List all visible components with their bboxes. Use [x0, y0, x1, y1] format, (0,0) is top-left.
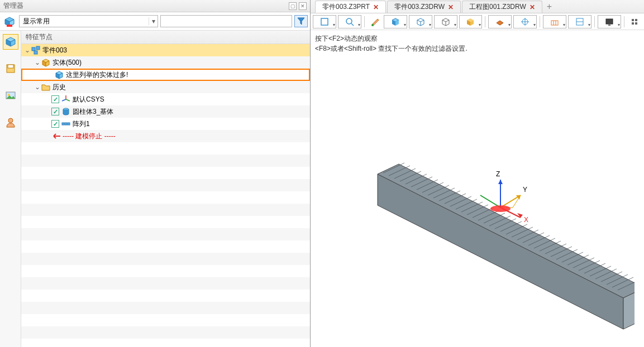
svg-line-62: [540, 241, 561, 251]
svg-point-17: [346, 18, 352, 24]
tab-drawing-1[interactable]: 零件003.Z3DRW ✕: [387, 1, 461, 13]
expand-icon[interactable]: ⌄: [23, 46, 31, 54]
tree-cylinder-node[interactable]: ✓ 圆柱体3_基体: [21, 105, 310, 118]
side-user-button[interactable]: [3, 114, 18, 130]
svg-line-80: [500, 195, 521, 208]
settings-button[interactable]: [627, 15, 642, 28]
svg-line-18: [351, 23, 354, 26]
side-box-button[interactable]: [3, 61, 18, 76]
tree-pattern-node[interactable]: ✓ 阵列1: [21, 118, 310, 130]
part-icon: [31, 46, 40, 55]
expand-icon[interactable]: ⌄: [34, 59, 41, 66]
svg-line-70: [584, 263, 605, 273]
tab-label: 零件003.Z3PRT: [322, 2, 370, 12]
3d-viewport[interactable]: 按下<F2>动态的观察 <F8>或者<Shift-roll> 查找下一个有效的过…: [311, 30, 644, 347]
stop-arrow-icon: [51, 132, 60, 141]
panel-toolbar: 显示常用 ▾: [0, 12, 310, 31]
svg-line-54: [495, 219, 516, 229]
svg-rect-29: [608, 25, 610, 26]
tab-add-button[interactable]: +: [543, 1, 555, 13]
tab-part[interactable]: 零件003.Z3PRT ✕: [315, 1, 386, 13]
tree-history-label: 历史: [53, 83, 66, 92]
svg-line-11: [62, 99, 66, 101]
3d-model: [355, 147, 635, 337]
tree-empty-row: [21, 240, 310, 253]
axis-triad: X Y Z: [473, 168, 540, 235]
tree-history-node[interactable]: ⌄ 历史: [21, 81, 310, 93]
target-button[interactable]: [513, 15, 537, 28]
display-mode-dropdown[interactable]: 显示常用 ▾: [19, 15, 158, 27]
plane-button[interactable]: [488, 15, 512, 28]
wireframe-button[interactable]: [434, 15, 457, 28]
svg-line-42: [428, 185, 449, 195]
checkbox-icon[interactable]: ✓: [51, 95, 59, 103]
svg-line-56: [506, 224, 527, 234]
svg-rect-30: [632, 19, 634, 21]
svg-line-68: [573, 258, 594, 268]
svg-rect-8: [34, 51, 37, 54]
tree-empty-row: [21, 302, 310, 314]
tree-empty-row: [21, 277, 310, 290]
tree-too-many-node[interactable]: 这里列举的实体过多!: [21, 69, 310, 81]
tree-empty-row: [21, 191, 310, 204]
svg-line-49: [467, 205, 488, 215]
expand-icon[interactable]: ⌄: [34, 83, 41, 91]
tree-csys-label: 默认CSYS: [73, 95, 104, 104]
svg-line-38: [406, 174, 427, 184]
side-feature-tree-button[interactable]: [3, 34, 18, 50]
feature-tree[interactable]: ⌄ 零件003 ⌄ 实体(500) 这里列举的实体过多! ⌄ 历史: [21, 44, 310, 347]
tree-empty-row: [21, 228, 310, 240]
tab-close-icon[interactable]: ✕: [448, 3, 454, 11]
cube-view-button[interactable]: [409, 15, 432, 28]
svg-marker-78: [517, 213, 523, 218]
zoom-button[interactable]: [338, 15, 361, 28]
tree-stop-node[interactable]: ----- 建模停止 -----: [21, 130, 310, 142]
tree-solids-label: 实体(500): [53, 58, 82, 68]
svg-rect-7: [36, 46, 40, 50]
svg-text:Y: Y: [523, 186, 527, 194]
tab-drawing-2[interactable]: 工程图001.Z3DRW ✕: [462, 1, 542, 13]
tree-pattern-label: 阵列1: [73, 119, 90, 129]
svg-rect-13: [62, 123, 64, 125]
toolbar-separator: [485, 16, 485, 27]
tree-csys-node[interactable]: ✓ 默认CSYS: [21, 93, 310, 105]
svg-line-45: [445, 194, 466, 204]
paint-button[interactable]: [368, 15, 382, 28]
svg-rect-15: [68, 123, 70, 125]
filter-button[interactable]: [294, 15, 308, 27]
svg-line-67: [567, 255, 589, 265]
svg-line-35: [389, 166, 410, 176]
svg-line-64: [551, 247, 572, 257]
monitor-button[interactable]: [598, 15, 621, 28]
feature-filter-icon[interactable]: [2, 15, 17, 28]
toolbar-separator: [540, 16, 540, 27]
cube-render-button[interactable]: [384, 15, 407, 28]
side-toolbar: [0, 31, 21, 347]
gold-cube-button[interactable]: [459, 15, 483, 28]
tree-root-label: 零件003: [42, 46, 67, 55]
section-button[interactable]: [568, 15, 591, 28]
svg-text:Z: Z: [496, 170, 500, 178]
tree-empty-row: [21, 167, 310, 179]
tree-root-node[interactable]: ⌄ 零件003: [21, 44, 310, 56]
svg-rect-14: [65, 123, 67, 125]
tree-empty-row: [21, 155, 310, 167]
search-input[interactable]: [160, 15, 292, 27]
svg-line-69: [579, 261, 600, 271]
tree-solids-node[interactable]: ⌄ 实体(500): [21, 56, 310, 69]
side-image-button[interactable]: [3, 88, 18, 103]
panel-titlebar: 管理器 ▢ ✕: [0, 0, 310, 12]
document-tabs: 零件003.Z3PRT ✕ 零件003.Z3DRW ✕ 工程图001.Z3DRW…: [311, 0, 644, 13]
cube-icon: [55, 70, 64, 79]
svg-line-65: [556, 249, 578, 259]
checkbox-icon[interactable]: ✓: [51, 120, 59, 128]
grid-button[interactable]: [543, 15, 566, 28]
panel-pin-icon[interactable]: ▢: [289, 2, 297, 10]
panel-close-icon[interactable]: ✕: [299, 2, 307, 10]
solid-icon: [41, 58, 50, 67]
tab-close-icon[interactable]: ✕: [373, 3, 379, 11]
toolbar-separator: [594, 16, 595, 27]
fullscreen-button[interactable]: [313, 15, 336, 28]
checkbox-icon[interactable]: ✓: [51, 108, 59, 115]
tab-close-icon[interactable]: ✕: [529, 3, 535, 11]
